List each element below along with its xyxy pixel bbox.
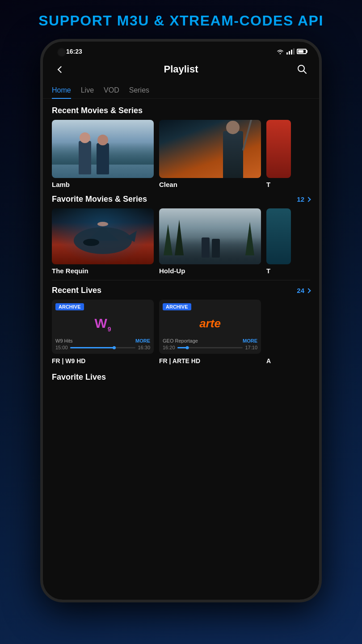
movie-card-partial[interactable]: T [266,120,291,188]
section-favorite-header: Favorite Movies & Series 12 [43,195,319,208]
svg-point-5 [83,239,99,246]
movie-card-lamb[interactable]: Lamb [52,120,154,188]
movie-card-partial-teal[interactable]: T [266,208,291,275]
section-recent-movies-header: Recent Movies & Series [43,99,319,120]
status-bar: 16:23 [43,42,319,58]
partial-channel-label: A [266,357,271,364]
svg-line-1 [303,71,306,73]
chevron-right-icon [306,197,311,202]
w9-archive-badge: ARCHIVE [55,303,84,310]
recent-lives-count: 24 [297,287,304,294]
recent-lives-count-link[interactable]: 24 [297,287,310,294]
page-header-title: SUPPORT M3U & XTREAM-CODES API [9,13,353,29]
phone-mockup: 16:23 [40,39,322,602]
arte-more[interactable]: MORE [243,338,257,343]
partial-teal-thumbnail [266,208,291,264]
movie-card-requin[interactable]: The Requin [52,208,154,275]
tab-vod[interactable]: VOD [104,83,119,98]
tab-home[interactable]: Home [52,83,71,99]
favorite-count-link[interactable]: 12 [297,195,310,203]
w9-info: W9 Hits MORE 15:00 16:30 [52,336,154,354]
holdup-title: Hold-Up [159,267,261,275]
nav-title: Playlist [164,64,198,75]
w9-time-start: 15:00 [55,345,68,350]
tab-bar: Home Live VOD Series [43,83,319,99]
lamb-thumbnail [52,120,154,178]
tab-live[interactable]: Live [81,83,94,98]
clean-thumbnail [159,120,261,178]
clean-title: Clean [159,181,261,188]
section-recent-movies: Recent Movies & Series [43,99,319,188]
arte-archive-badge: ARCHIVE [163,303,191,310]
favorite-movies-row: The Requin [43,208,319,275]
signal-icon [286,48,295,55]
search-icon [297,64,307,74]
section-recent-lives-header: Recent Lives 24 [43,286,319,300]
arte-info: GEO Reportage MORE 16:20 17:10 [159,336,261,354]
partial-title: T [266,181,291,188]
section-recent-lives-title: Recent Lives [52,286,101,295]
section-favorite-lives-title: Favorite Lives [52,373,106,381]
phone-screen: 16:23 [43,42,319,600]
partial-teal-title: T [266,267,291,275]
live-card-arte[interactable]: ARCHIVE arte GEO Reportage MORE 16 [159,300,261,354]
w9-progress-bar [70,347,136,348]
back-button[interactable] [52,61,68,77]
tab-series[interactable]: Series [129,83,149,98]
requin-title: The Requin [52,267,154,275]
favorite-count: 12 [297,195,304,203]
live-channels-row: ARCHIVE W 9 W9 Hits MORE [43,300,319,354]
section-favorite-movies: Favorite Movies & Series 12 [43,195,319,280]
w9-channel-label: FR | W9 HD [52,357,154,364]
movie-card-clean[interactable]: Clean [159,120,261,188]
chevron-right-lives-icon [306,288,311,293]
section-recent-movies-title: Recent Movies & Series [52,106,143,115]
search-button[interactable] [294,61,310,77]
arte-time-start: 16:20 [163,345,175,350]
arte-progress-bar [177,347,243,348]
holdup-thumbnail [159,208,261,264]
recent-movies-row: Lamb Clean [43,120,319,188]
lamb-title: Lamb [52,181,154,188]
status-icons [276,48,307,55]
top-nav: Playlist [43,58,319,83]
section-recent-lives: Recent Lives 24 ARCHIVE W 9 [43,286,319,364]
arte-logo: arte [199,317,221,330]
battery-icon [297,49,307,54]
arte-logo-area: arte [159,310,261,336]
section-favorite-title: Favorite Movies & Series [52,195,147,204]
wifi-icon [276,48,284,55]
partial-thumbnail [266,120,291,178]
camera-notch [57,48,66,57]
w9-program: W9 Hits [55,338,73,343]
arte-program: GEO Reportage [163,338,198,343]
w9-logo-area: W 9 [52,310,154,336]
app-scroll-content[interactable]: Playlist Home Live [43,58,319,600]
w9-time-end: 16:30 [138,345,150,350]
live-card-w9[interactable]: ARCHIVE W 9 W9 Hits MORE [52,300,154,354]
page-header: SUPPORT M3U & XTREAM-CODES API [0,0,362,39]
svg-point-6 [97,222,108,226]
requin-thumbnail [52,208,154,264]
movie-card-holdup[interactable]: Hold-Up [159,208,261,275]
arte-channel-label: FR | ARTE HD [159,357,261,364]
channel-names-row: FR | W9 HD FR | ARTE HD A [43,354,319,364]
section-favorite-lives: Favorite Lives [43,373,319,391]
w9-logo: W [94,316,107,331]
arte-time-end: 17:10 [245,345,257,350]
w9-more[interactable]: MORE [135,338,150,343]
